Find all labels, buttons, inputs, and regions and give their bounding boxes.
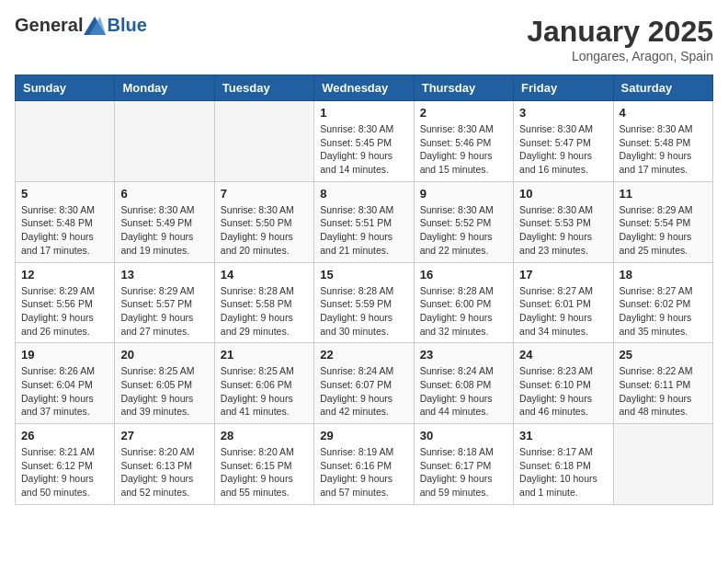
day-info: Sunrise: 8:29 AMSunset: 5:54 PMDaylight:… [620,203,707,258]
calendar-week-1: 1Sunrise: 8:30 AMSunset: 5:45 PMDaylight… [16,101,713,182]
calendar-cell-17: 17Sunrise: 8:27 AMSunset: 6:01 PMDayligh… [514,262,613,343]
day-info: Sunrise: 8:28 AMSunset: 6:00 PMDaylight:… [420,284,507,339]
day-info: Sunrise: 8:18 AMSunset: 6:17 PMDaylight:… [420,445,507,500]
day-number: 6 [120,187,208,201]
day-info: Sunrise: 8:30 AMSunset: 5:48 PMDaylight:… [620,122,707,177]
day-number: 2 [420,106,507,120]
calendar-header-row: SundayMondayTuesdayWednesdayThursdayFrid… [16,75,713,101]
day-info: Sunrise: 8:20 AMSunset: 6:15 PMDaylight:… [221,445,308,500]
calendar-cell-3: 3Sunrise: 8:30 AMSunset: 5:47 PMDaylight… [514,101,613,182]
day-info: Sunrise: 8:23 AMSunset: 6:10 PMDaylight:… [519,364,607,419]
page-header: General Blue January 2025 Longares, Arag… [15,15,713,63]
day-number: 4 [620,106,707,120]
calendar-cell-11: 11Sunrise: 8:29 AMSunset: 5:54 PMDayligh… [613,181,712,262]
calendar-cell-21: 21Sunrise: 8:25 AMSunset: 6:06 PMDayligh… [214,343,313,424]
day-info: Sunrise: 8:29 AMSunset: 5:56 PMDaylight:… [21,284,108,339]
logo-general-text: General [15,15,83,36]
col-header-friday: Friday [514,75,613,101]
calendar-cell-empty-0-1 [115,101,214,182]
calendar-cell-12: 12Sunrise: 8:29 AMSunset: 5:56 PMDayligh… [16,262,115,343]
calendar-cell-31: 31Sunrise: 8:17 AMSunset: 6:18 PMDayligh… [514,424,613,505]
day-info: Sunrise: 8:26 AMSunset: 6:04 PMDaylight:… [21,364,108,419]
calendar-cell-24: 24Sunrise: 8:23 AMSunset: 6:10 PMDayligh… [514,343,613,424]
calendar-cell-2: 2Sunrise: 8:30 AMSunset: 5:46 PMDaylight… [414,101,513,182]
logo-blue-text: Blue [107,15,146,36]
calendar-cell-14: 14Sunrise: 8:28 AMSunset: 5:58 PMDayligh… [214,262,313,343]
day-number: 30 [420,429,507,442]
day-info: Sunrise: 8:27 AMSunset: 6:01 PMDaylight:… [519,284,607,339]
day-number: 17 [519,268,607,282]
logo-icon [84,17,106,35]
day-number: 11 [620,187,707,201]
day-info: Sunrise: 8:20 AMSunset: 6:13 PMDaylight:… [120,445,208,500]
day-info: Sunrise: 8:30 AMSunset: 5:47 PMDaylight:… [519,122,607,177]
day-info: Sunrise: 8:19 AMSunset: 6:16 PMDaylight:… [320,445,407,500]
day-number: 10 [519,187,607,201]
col-header-saturday: Saturday [613,75,712,101]
day-info: Sunrise: 8:29 AMSunset: 5:57 PMDaylight:… [120,284,208,339]
calendar-cell-27: 27Sunrise: 8:20 AMSunset: 6:13 PMDayligh… [115,424,214,505]
day-info: Sunrise: 8:30 AMSunset: 5:45 PMDaylight:… [320,122,407,177]
calendar-cell-13: 13Sunrise: 8:29 AMSunset: 5:57 PMDayligh… [115,262,214,343]
day-number: 18 [620,268,707,282]
calendar-cell-8: 8Sunrise: 8:30 AMSunset: 5:51 PMDaylight… [314,181,414,262]
day-number: 19 [21,348,108,362]
title-block: January 2025 Longares, Aragon, Spain [527,15,713,63]
calendar-cell-4: 4Sunrise: 8:30 AMSunset: 5:48 PMDaylight… [613,101,712,182]
day-number: 20 [120,348,208,362]
calendar-cell-29: 29Sunrise: 8:19 AMSunset: 6:16 PMDayligh… [314,424,414,505]
day-number: 9 [420,187,507,201]
day-number: 16 [420,268,507,282]
calendar-cell-7: 7Sunrise: 8:30 AMSunset: 5:50 PMDaylight… [214,181,313,262]
calendar-cell-22: 22Sunrise: 8:24 AMSunset: 6:07 PMDayligh… [314,343,414,424]
calendar-cell-16: 16Sunrise: 8:28 AMSunset: 6:00 PMDayligh… [414,262,513,343]
month-title: January 2025 [527,15,713,49]
day-number: 26 [21,429,108,442]
calendar-cell-10: 10Sunrise: 8:30 AMSunset: 5:53 PMDayligh… [514,181,613,262]
day-number: 13 [120,268,208,282]
calendar-cell-23: 23Sunrise: 8:24 AMSunset: 6:08 PMDayligh… [414,343,513,424]
calendar-cell-empty-0-2 [214,101,313,182]
day-info: Sunrise: 8:17 AMSunset: 6:18 PMDaylight:… [519,445,607,500]
calendar-cell-1: 1Sunrise: 8:30 AMSunset: 5:45 PMDaylight… [314,101,414,182]
calendar-table: SundayMondayTuesdayWednesdayThursdayFrid… [15,75,713,505]
day-number: 8 [320,187,407,201]
calendar-cell-26: 26Sunrise: 8:21 AMSunset: 6:12 PMDayligh… [16,424,115,505]
col-header-thursday: Thursday [414,75,513,101]
day-number: 15 [320,268,407,282]
calendar-cell-28: 28Sunrise: 8:20 AMSunset: 6:15 PMDayligh… [214,424,313,505]
day-info: Sunrise: 8:30 AMSunset: 5:50 PMDaylight:… [221,203,308,258]
day-info: Sunrise: 8:30 AMSunset: 5:53 PMDaylight:… [519,203,607,258]
day-info: Sunrise: 8:30 AMSunset: 5:51 PMDaylight:… [320,203,407,258]
day-number: 1 [320,106,407,120]
day-number: 31 [519,429,607,442]
calendar-cell-15: 15Sunrise: 8:28 AMSunset: 5:59 PMDayligh… [314,262,414,343]
calendar-cell-9: 9Sunrise: 8:30 AMSunset: 5:52 PMDaylight… [414,181,513,262]
day-info: Sunrise: 8:30 AMSunset: 5:48 PMDaylight:… [21,203,108,258]
day-number: 14 [221,268,308,282]
day-info: Sunrise: 8:24 AMSunset: 6:08 PMDaylight:… [420,364,507,419]
calendar-cell-empty-0-0 [16,101,115,182]
col-header-tuesday: Tuesday [214,75,313,101]
calendar-week-4: 19Sunrise: 8:26 AMSunset: 6:04 PMDayligh… [16,343,713,424]
logo: General Blue [15,15,147,36]
day-info: Sunrise: 8:25 AMSunset: 6:06 PMDaylight:… [221,364,308,419]
day-info: Sunrise: 8:28 AMSunset: 5:59 PMDaylight:… [320,284,407,339]
day-number: 3 [519,106,607,120]
day-number: 24 [519,348,607,362]
calendar-week-2: 5Sunrise: 8:30 AMSunset: 5:48 PMDaylight… [16,181,713,262]
day-number: 28 [221,429,308,442]
calendar-cell-empty-4-6 [613,424,712,505]
day-number: 22 [320,348,407,362]
day-info: Sunrise: 8:22 AMSunset: 6:11 PMDaylight:… [620,364,707,419]
day-number: 12 [21,268,108,282]
calendar-cell-19: 19Sunrise: 8:26 AMSunset: 6:04 PMDayligh… [16,343,115,424]
day-number: 7 [221,187,308,201]
location-title: Longares, Aragon, Spain [527,49,713,63]
day-info: Sunrise: 8:24 AMSunset: 6:07 PMDaylight:… [320,364,407,419]
day-number: 25 [620,348,707,362]
day-info: Sunrise: 8:25 AMSunset: 6:05 PMDaylight:… [120,364,208,419]
day-info: Sunrise: 8:30 AMSunset: 5:49 PMDaylight:… [120,203,208,258]
col-header-sunday: Sunday [16,75,115,101]
col-header-monday: Monday [115,75,214,101]
